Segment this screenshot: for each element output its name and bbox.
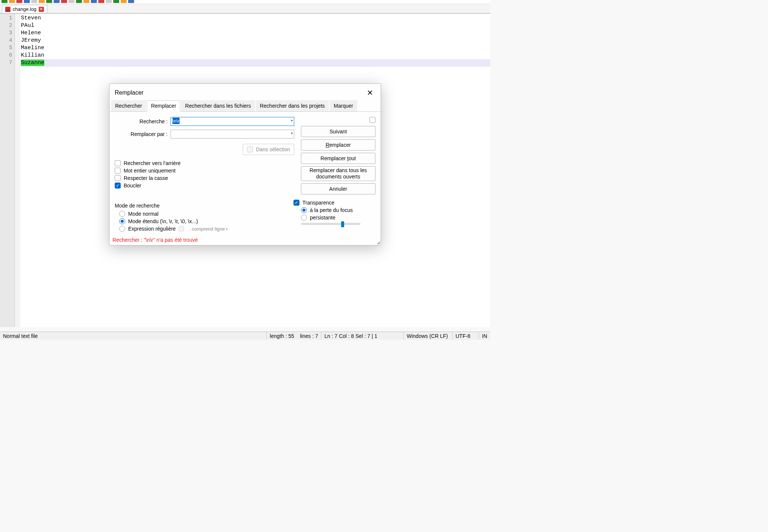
mode-normal-label: Mode normal <box>128 211 159 217</box>
replace-label: Remplacer par : <box>115 131 171 137</box>
status-encoding: UTF-8 <box>453 333 479 339</box>
tab-label: change.log <box>13 6 37 12</box>
in-selection-label: Dans sélection <box>256 146 290 152</box>
search-mode-label: Mode de recherche <box>115 203 230 209</box>
transparency-slider[interactable] <box>301 223 361 225</box>
mode-extended-label: Mode étendu (\n, \r, \t, \0, \x...) <box>128 218 198 224</box>
status-bar: Normal text file length : 55 lines : 7 L… <box>0 332 490 340</box>
fold-column <box>15 14 20 327</box>
wrap-checkbox[interactable]: ✓ <box>115 183 121 189</box>
transparency-focus-radio[interactable] <box>301 207 307 213</box>
in-selection-checkbox <box>247 146 253 152</box>
search-label: Recherche : <box>115 118 171 124</box>
mode-regex-radio[interactable] <box>119 226 125 232</box>
dialog-tab-0[interactable]: Rechercher <box>111 100 146 111</box>
search-input[interactable] <box>171 117 294 126</box>
replace-combo[interactable]: ▾ <box>171 130 294 139</box>
transparency-checkbox[interactable]: ✓ <box>293 200 299 206</box>
status-eol: Windows (CR LF) <box>404 333 452 339</box>
document-tabbar: change.log ✕ <box>0 4 490 13</box>
wrap-label: Boucler <box>124 183 141 189</box>
slider-thumb[interactable] <box>341 221 344 227</box>
find-next-button[interactable]: Suivant <box>301 126 375 137</box>
dialog-title: Remplacer <box>115 89 143 96</box>
match-case-checkbox[interactable] <box>115 175 121 181</box>
search-combo[interactable]: ▾ \n\r <box>171 117 294 126</box>
dialog-status: Rechercher : "\n\r" n'a pas été trouvé <box>110 235 381 245</box>
status-length: length : 55 <box>267 333 297 339</box>
file-icon <box>5 7 10 12</box>
dialog-tab-2[interactable]: Rechercher dans les fichiers <box>181 100 255 111</box>
mode-normal-radio[interactable] <box>119 211 125 217</box>
close-icon[interactable]: ✕ <box>39 7 44 12</box>
cancel-button[interactable]: Annuler <box>301 183 375 194</box>
replace-button[interactable]: Remplacer <box>301 139 375 151</box>
mode-regex-label: Expression régulière <box>128 226 176 232</box>
mode-extended-radio[interactable] <box>119 218 125 224</box>
tab-change-log[interactable]: change.log ✕ <box>2 5 47 13</box>
transparency-persistent-radio[interactable] <box>301 215 307 221</box>
dialog-tab-4[interactable]: Marquer <box>330 100 357 111</box>
status-position: Ln : 7 Col : 8 Sel : 7 | 1 <box>321 333 403 339</box>
whole-word-checkbox[interactable] <box>115 168 121 174</box>
pin-checkbox[interactable] <box>369 117 375 123</box>
dialog-tab-3[interactable]: Rechercher dans les projets <box>256 100 329 111</box>
dot-newline-checkbox <box>179 226 184 231</box>
replace-all-button[interactable]: Remplacer tout <box>301 153 375 164</box>
transparency-focus-label: à la perte du focus <box>310 207 353 213</box>
main-toolbar <box>0 0 490 4</box>
backward-label: Rechercher vers l'arrière <box>124 160 181 166</box>
status-lines: lines : 7 <box>297 333 321 339</box>
replace-all-docs-button[interactable]: Remplacer dans tous les documents ouvert… <box>301 166 375 181</box>
dot-newline-label: . comprend ligne r <box>189 226 228 232</box>
dialog-close-button[interactable]: ✕ <box>365 88 375 97</box>
match-case-label: Respecter la casse <box>124 175 168 181</box>
replace-dialog: Remplacer ✕ RechercherRemplacerRecherche… <box>109 83 381 246</box>
whole-word-label: Mot entier uniquement <box>124 168 175 174</box>
dialog-tabs: RechercherRemplacerRechercher dans les f… <box>110 100 381 112</box>
line-number-gutter: 1234567 <box>0 14 15 327</box>
transparency-persistent-label: persistante <box>310 215 335 221</box>
transparency-label: Transparence <box>302 200 334 206</box>
backward-checkbox[interactable] <box>115 160 121 166</box>
status-insert-mode: IN <box>479 333 490 339</box>
replace-input[interactable] <box>171 130 294 139</box>
resize-grip-icon[interactable]: ◢ <box>377 240 380 244</box>
status-filetype: Normal text file <box>0 333 41 339</box>
dialog-tab-1[interactable]: Remplacer <box>147 100 180 112</box>
